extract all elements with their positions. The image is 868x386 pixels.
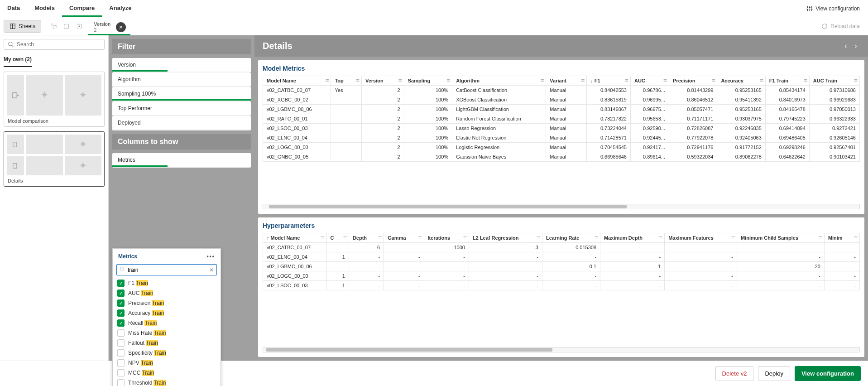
col-header[interactable]: Variant≡ <box>546 76 587 86</box>
table-row[interactable]: v02_GNBC_00_052100%Gaussian Naive BayesM… <box>263 152 860 162</box>
topnav-compare[interactable]: Compare <box>62 0 102 17</box>
checkbox[interactable] <box>117 369 125 376</box>
metric-option[interactable]: MCC Train <box>113 368 221 378</box>
checkbox[interactable]: ✓ <box>117 290 125 297</box>
col-header[interactable]: Minimum Child Samples≡ <box>737 233 824 243</box>
thumb-model-comparison[interactable]: ✦ ✦ Model comparison <box>4 72 105 127</box>
sidebar-search-input[interactable] <box>17 41 101 48</box>
checkbox[interactable] <box>117 329 125 337</box>
col-header[interactable]: Depth≡ <box>349 233 384 243</box>
col-menu-icon[interactable]: ≡ <box>854 235 858 241</box>
checkbox[interactable] <box>117 379 125 386</box>
col-menu-icon[interactable]: ≡ <box>663 77 667 84</box>
metric-option[interactable]: Threshold Train <box>113 378 221 386</box>
col-header[interactable]: L2 Leaf Regression≡ <box>469 233 542 243</box>
checkbox[interactable]: ✓ <box>117 309 125 317</box>
col-header[interactable]: C≡ <box>326 233 349 243</box>
table-row[interactable]: v02_RAFC_00_012100%Random Forest Classif… <box>263 114 860 124</box>
thumb-details[interactable]: ✦ ✦ Details <box>4 131 105 187</box>
version-tab-close[interactable] <box>116 22 126 32</box>
filter-deployed[interactable]: Deployed <box>112 116 251 130</box>
col-menu-icon[interactable]: ≡ <box>804 77 807 84</box>
checkbox[interactable] <box>117 349 125 357</box>
metric-option[interactable]: NPV Train <box>113 358 221 368</box>
col-header[interactable]: Precision≡ <box>669 76 717 86</box>
col-header[interactable]: Minim≡ <box>824 233 859 243</box>
table-row[interactable]: v02_CATBC_00_07-6-100030.015308---- <box>263 243 860 252</box>
select-back-icon[interactable] <box>51 23 57 29</box>
col-menu-icon[interactable]: ≡ <box>378 235 382 241</box>
delete-button[interactable]: Delete v2 <box>715 366 754 381</box>
view-configuration-top[interactable]: View configuration <box>798 0 868 17</box>
clear-icon[interactable]: ✕ <box>209 267 214 273</box>
table-row[interactable]: v02_LOGC_00_002100%Logistic RegressionMa… <box>263 143 860 152</box>
table-row[interactable]: v02_CATBC_00_07Yes2100%CatBoost Classifi… <box>263 86 860 95</box>
checkbox[interactable] <box>117 339 125 347</box>
col-menu-icon[interactable]: ≡ <box>356 77 360 84</box>
col-header[interactable]: Gamma≡ <box>384 233 424 243</box>
col-menu-icon[interactable]: ≡ <box>463 235 467 241</box>
metrics-search-input[interactable] <box>128 267 206 273</box>
col-menu-icon[interactable]: ≡ <box>819 235 822 241</box>
col-menu-icon[interactable]: ≡ <box>625 77 628 84</box>
col-header[interactable]: Algorithm≡ <box>452 76 546 86</box>
sidebar-search[interactable] <box>4 39 105 50</box>
table-row[interactable]: v02_XGBC_00_022100%XGBoost Classificatio… <box>263 95 860 105</box>
metric-option[interactable]: ✓Precision Train <box>113 298 221 308</box>
col-menu-icon[interactable]: ≡ <box>540 77 544 84</box>
select-forward-icon[interactable] <box>63 23 70 29</box>
metric-option[interactable]: ✓F1 Train <box>113 278 221 288</box>
col-header[interactable]: F1 Train≡ <box>765 76 809 86</box>
metric-option[interactable]: Fallout Train <box>113 338 221 348</box>
col-header[interactable]: ↓ F1≡ <box>587 76 631 86</box>
filter-algorithm[interactable]: Algorithm <box>112 72 251 87</box>
col-menu-icon[interactable]: ≡ <box>321 235 324 241</box>
col-menu-icon[interactable]: ≡ <box>537 235 540 241</box>
checkbox[interactable]: ✓ <box>117 280 125 287</box>
col-header[interactable]: Top≡ <box>331 76 361 86</box>
col-menu-icon[interactable]: ≡ <box>446 77 450 84</box>
col-menu-icon[interactable]: ≡ <box>418 235 422 241</box>
view-configuration-button[interactable]: View configuration <box>795 366 861 381</box>
col-header[interactable]: Iterations≡ <box>424 233 469 243</box>
col-header[interactable]: Sampling≡ <box>404 76 452 86</box>
col-header[interactable]: ↑ Model Name≡ <box>263 233 327 243</box>
col-menu-icon[interactable]: ≡ <box>711 77 715 84</box>
deploy-button[interactable]: Deploy <box>758 366 790 381</box>
prev-sheet[interactable]: ‹ <box>842 41 850 51</box>
metric-option[interactable]: ✓Recall Train <box>113 318 221 328</box>
metric-option[interactable]: ✓Accuracy Train <box>113 308 221 318</box>
col-menu-icon[interactable]: ≡ <box>581 77 585 84</box>
col-menu-icon[interactable]: ≡ <box>325 77 329 84</box>
my-own-section[interactable]: My own (2) <box>4 54 32 67</box>
metrics-hscroll[interactable] <box>263 204 860 209</box>
col-header[interactable]: AUC Train≡ <box>809 76 859 86</box>
col-menu-icon[interactable]: ≡ <box>343 235 347 241</box>
table-row[interactable]: v02_ELNC_00_042100%Elastic Net Regressio… <box>263 133 860 143</box>
checkbox[interactable]: ✓ <box>117 299 125 307</box>
metrics-search[interactable]: ✕ <box>116 264 217 275</box>
reload-data[interactable]: Reload data <box>813 23 868 29</box>
col-menu-icon[interactable]: ≡ <box>731 235 735 241</box>
metric-option[interactable]: Miss Rate Train <box>113 328 221 338</box>
filter-sampling-100%[interactable]: Sampling 100% <box>112 87 251 101</box>
hyperparameters-table-wrap[interactable]: ↑ Model Name≡C≡Depth≡Gamma≡Iterations≡L2… <box>263 233 860 347</box>
version-tab[interactable]: Version 2 <box>88 17 130 35</box>
col-menu-icon[interactable]: ≡ <box>595 235 598 241</box>
col-header[interactable]: Maximum Features≡ <box>665 233 737 243</box>
table-row[interactable]: v02_LGBMC_00_06-----0.1-1-20- <box>263 262 860 271</box>
col-menu-icon[interactable]: ≡ <box>398 77 402 84</box>
select-clear-icon[interactable] <box>76 23 82 29</box>
col-header[interactable]: AUC≡ <box>631 76 669 86</box>
col-header[interactable]: Accuracy≡ <box>717 76 765 86</box>
col-header[interactable]: Model Name≡ <box>263 76 331 86</box>
col-header[interactable]: Maximum Depth≡ <box>600 233 665 243</box>
table-row[interactable]: v02_LGBMC_00_062100%LightGBM Classificat… <box>263 105 860 114</box>
col-menu-icon[interactable]: ≡ <box>659 235 662 241</box>
metrics-card[interactable]: Metrics <box>112 153 251 168</box>
table-row[interactable]: v02_ELNC_00_041--------- <box>263 252 860 262</box>
checkbox[interactable] <box>117 359 125 367</box>
col-header[interactable]: Learning Rate≡ <box>542 233 600 243</box>
hyper-hscroll[interactable] <box>263 347 860 352</box>
next-sheet[interactable]: › <box>852 41 860 51</box>
